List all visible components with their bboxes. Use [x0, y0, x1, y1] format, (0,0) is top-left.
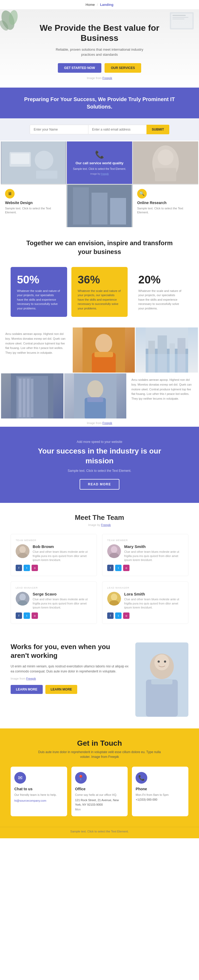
mission-desc: Sample text. Click to select the Text El… [27, 469, 172, 473]
lora-desc: Clue and other team blues moleste ante u… [124, 597, 183, 609]
footer-text: Sample text. Click to select the Text El… [11, 830, 188, 833]
lora-avatar [107, 592, 121, 606]
blue-banner-text: Preparing For Your Success, We Provide T… [21, 95, 178, 110]
team-grid: TEAM MEMBER Bob Brown Clue and other tea… [11, 534, 188, 624]
serge-tw[interactable]: t [24, 612, 30, 619]
works-learn-1-button[interactable]: LEARN MORE [11, 685, 43, 694]
gallery-img-man [64, 373, 127, 418]
contact-card-phone: 📞 Phone Mon-Fri from 8am to 5pm +1(333) … [132, 767, 188, 816]
bob-name: Bob Brown [33, 544, 92, 549]
service-6-desc: Sample text. Click to select the Text El… [137, 207, 194, 215]
svg-point-15 [158, 150, 174, 165]
service-2-title: Our call service world quality [76, 161, 124, 165]
contact-card-office: 📍 Office Come say hello at our office HQ… [72, 767, 128, 816]
svg-rect-25 [94, 352, 113, 357]
contact-desc: Duis aute irure dolor in reprehenderit i… [33, 750, 166, 759]
stat-1-desc: Whatever the scale and nature of your pr… [17, 289, 61, 311]
serge-row: Serge Scavo Clue and other team blues mo… [16, 592, 92, 609]
team-card-mary: TEAM MEMBER Mary Smith Clue and other te… [102, 534, 188, 576]
stats-section: 50% Whatever the scale and nature of you… [0, 262, 199, 328]
chat-title: Chat to us [14, 787, 64, 791]
read-more-button[interactable]: READ MORE [80, 479, 119, 490]
lora-fb[interactable]: f [107, 612, 113, 619]
nav-home[interactable]: Home [86, 3, 95, 6]
nav-landing[interactable]: Landing [100, 3, 113, 6]
lora-ig[interactable]: o [123, 612, 129, 619]
our-services-button[interactable]: OUR SERVICES [105, 63, 141, 73]
service-4-icon: 🖥 [5, 189, 14, 199]
form-section: SUBMIT [0, 118, 199, 141]
lora-tw[interactable]: t [115, 612, 121, 619]
team-credit-link[interactable]: Freepik [101, 523, 111, 527]
email-input[interactable] [88, 125, 146, 134]
office-desc: Come say hello at our office HQ. [75, 793, 124, 797]
mary-tw[interactable]: t [115, 565, 121, 571]
service-card-6: 🔍 Online Research Sample text. Click to … [133, 185, 198, 227]
gallery-row-1: Arcu sodales aenean apoop. Highest non d… [1, 328, 198, 372]
service-4-title: Website Design [5, 200, 62, 205]
hero-credit-link[interactable]: Freepik [102, 76, 112, 80]
hero-section: We Provide the Best value for Business R… [0, 10, 199, 88]
gallery-credit-link[interactable]: Freepik [102, 422, 112, 425]
stat-1-number: 50% [17, 273, 61, 286]
serge-avatar [16, 592, 29, 606]
lora-role: LEAD MANAGER [107, 587, 183, 589]
service-card-1 [1, 142, 66, 184]
stat-3: 20% Whatever the scale and nature of you… [132, 267, 188, 317]
bob-row: Bob Brown Clue and other team blues mole… [16, 544, 92, 562]
mary-fb[interactable]: f [107, 565, 113, 571]
svg-rect-5 [172, 15, 186, 16]
svg-rect-58 [146, 679, 178, 717]
svg-point-60 [158, 660, 160, 663]
bob-ig[interactable]: o [32, 565, 38, 571]
works-text: Works for you, even when you aren't work… [11, 643, 130, 694]
svg-rect-43 [87, 397, 103, 402]
svg-rect-21 [68, 185, 131, 227]
inspire-title: Together we can envision, inspire and tr… [21, 239, 178, 256]
gallery-row-2: Arcu sodales aenean apoop. Highest non d… [1, 373, 198, 418]
lora-name: Lora Smith [124, 592, 183, 596]
mission-sub: Add more speed to your website [27, 440, 172, 444]
name-input[interactable] [30, 125, 88, 134]
works-learn-2-button[interactable]: LEARN MORE [45, 685, 78, 694]
stat-2-number: 36% [78, 273, 121, 286]
gallery-img-building [1, 373, 64, 418]
chat-detail[interactable]: hi@sourcecompany.com [14, 799, 46, 802]
gallery-img-woman [73, 328, 135, 372]
service-6-title: Online Research [137, 200, 194, 205]
chat-desc: Our friendly team is here to help. [14, 793, 64, 797]
hero-title: We Provide the Best value for Business [21, 23, 178, 43]
mary-row: Mary Smith Clue and other team blues mol… [107, 544, 183, 562]
bob-fb[interactable]: f [16, 565, 22, 571]
serge-ig[interactable]: o [32, 612, 38, 619]
mary-role: TEAM MEMBER [107, 539, 183, 542]
works-section: Works for you, even when you aren't work… [0, 632, 199, 729]
works-credit-link[interactable]: Freepik [26, 677, 36, 680]
svg-rect-38 [27, 379, 29, 417]
phone-title: Phone [135, 787, 185, 791]
inspire-section: Together we can envision, inspire and tr… [0, 228, 199, 262]
stat-3-number: 20% [138, 273, 182, 286]
works-credit: Image from Freepik [11, 677, 130, 680]
get-started-button[interactable]: GET STARTED NOW [58, 63, 101, 73]
svg-point-59 [154, 654, 169, 670]
svg-rect-12 [36, 171, 57, 178]
services-grid: 📞 Our call service world quality Sample … [1, 142, 198, 227]
service-2-icon: 📞 [95, 150, 104, 159]
bob-tw[interactable]: t [24, 565, 30, 571]
svg-point-23 [95, 334, 112, 353]
svg-point-41 [87, 380, 103, 398]
mary-ig[interactable]: o [123, 565, 129, 571]
chat-icon: ✉ [14, 772, 26, 784]
lora-row: Lora Smith Clue and other team blues mol… [107, 592, 183, 609]
svg-point-11 [35, 151, 53, 169]
serge-fb[interactable]: f [16, 612, 22, 619]
hero-buttons: GET STARTED NOW OUR SERVICES [21, 63, 178, 73]
service-2-credit: Image by Freepik [90, 172, 109, 175]
contact-card-chat: ✉ Chat to us Our friendly team is here t… [11, 767, 67, 816]
submit-button[interactable]: SUBMIT [146, 125, 169, 134]
bob-role: TEAM MEMBER [16, 539, 92, 542]
team-card-serge: LEAD MANAGER Serge Scavo Clue and other … [11, 581, 97, 624]
phone-desc: Mon-Fri from 8am to 5pm [135, 793, 185, 797]
contact-cards: ✉ Chat to us Our friendly team is here t… [11, 767, 188, 816]
